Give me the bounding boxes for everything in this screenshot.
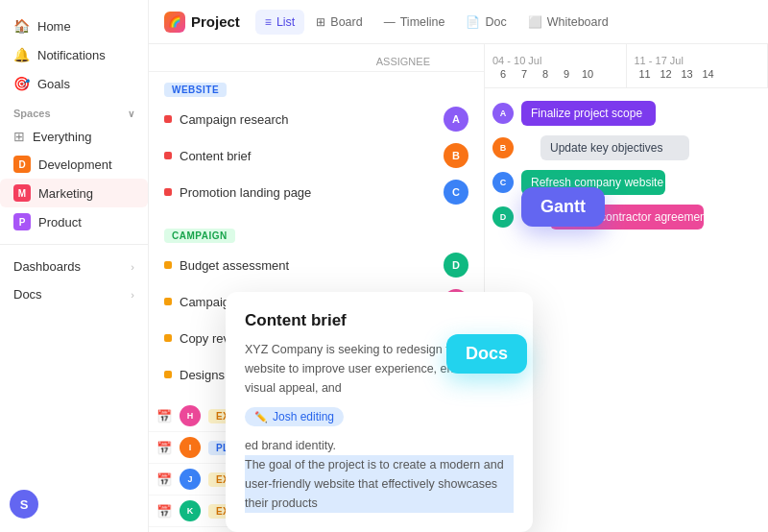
- task-dot-yellow: [164, 334, 172, 342]
- task-row[interactable]: Content brief B: [149, 137, 484, 174]
- docs-body-text-2: ed brand identity.: [245, 436, 514, 455]
- sidebar-space-marketing[interactable]: M Marketing: [0, 179, 148, 207]
- date-range-title-2: 11 - 17 Jul: [627, 53, 768, 68]
- sidebar-nav-item-notifications[interactable]: 🔔 Notifications: [0, 40, 148, 69]
- tab-list[interactable]: ≡ List: [255, 10, 304, 35]
- development-label: Development: [38, 157, 112, 172]
- avatar: B: [444, 143, 468, 168]
- date-num: 7: [514, 68, 535, 80]
- task-dot-yellow: [164, 261, 172, 269]
- home-label: Home: [37, 19, 71, 34]
- date-range-title-1: 04 - 10 Jul: [485, 53, 626, 68]
- docs-highlight-text: The goal of the project is to create a m…: [245, 455, 514, 513]
- task-name: Campaign research: [180, 112, 436, 127]
- doc-label: Doc: [485, 15, 506, 29]
- avatar: D: [444, 253, 468, 278]
- date-num: 10: [577, 68, 598, 80]
- chevron-icon: ∨: [128, 109, 134, 119]
- date-num: 11: [635, 68, 656, 80]
- user-avatar[interactable]: S: [10, 490, 38, 519]
- chevron-right-icon: ›: [131, 261, 134, 273]
- sidebar-nav-item-home[interactable]: 🏠 Home: [0, 12, 148, 40]
- assignee-col-header: ASSIGNEE: [376, 56, 468, 67]
- avatar: A: [444, 107, 468, 132]
- avatar: H: [180, 405, 201, 426]
- avatar: B: [492, 137, 514, 158]
- website-badge: WEBSITE: [164, 83, 227, 97]
- task-name: Promotion landing page: [180, 185, 436, 200]
- tab-doc[interactable]: 📄 Doc: [456, 10, 516, 35]
- gantt-floating-label: Gantt: [521, 187, 605, 227]
- gantt-row: A Finalize project scope: [485, 96, 768, 131]
- date-num: 9: [556, 68, 577, 80]
- dev-dot: D: [13, 156, 31, 173]
- avatar: K: [180, 500, 201, 521]
- gantt-row: B Update key objectives: [485, 131, 768, 165]
- spaces-label: Spaces: [13, 108, 51, 119]
- top-bar: 🌈 Project ≡ List ⊞ Board — Timeline 📄 Do…: [149, 0, 768, 44]
- mkt-dot: M: [13, 184, 31, 202]
- task-row[interactable]: Budget assessment D: [149, 247, 484, 283]
- editing-badge: ✏️ Josh editing: [245, 407, 344, 426]
- dashboards-label: Dashboards: [13, 259, 81, 274]
- date-numbers-1: 6 7 8 9 10: [485, 68, 626, 80]
- date-range-2: 11 - 17 Jul 11 12 13 14: [627, 44, 769, 87]
- user-initial: S: [20, 497, 29, 512]
- bell-icon: 🔔: [13, 47, 30, 62]
- sidebar-space-development[interactable]: D Development: [0, 150, 148, 179]
- product-label: Product: [38, 215, 82, 230]
- tab-whiteboard[interactable]: ⬜ Whiteboard: [518, 10, 618, 35]
- task-dot-yellow: [164, 298, 172, 305]
- timeline-label: Timeline: [400, 15, 445, 29]
- sidebar-bottom: Dashboards › Docs ›: [0, 244, 148, 308]
- doc-icon: 📄: [466, 15, 480, 29]
- docs-label-text: Docs: [466, 344, 508, 363]
- pencil-icon: ✏️: [254, 411, 268, 423]
- sidebar-nav-item-goals[interactable]: 🎯 Goals: [0, 69, 148, 98]
- calendar-icon: 📅: [156, 409, 172, 423]
- campaign-section-header: CAMPAIGN: [149, 218, 484, 247]
- date-num: 14: [698, 68, 719, 80]
- calendar-icon-2: 📅: [156, 441, 172, 455]
- docs-body-3: The goal of the project is to create a m…: [245, 458, 504, 510]
- goals-label: Goals: [37, 77, 70, 91]
- avatar: C: [492, 172, 514, 193]
- avatar: D: [492, 206, 514, 228]
- goals-icon: 🎯: [13, 76, 30, 91]
- task-row[interactable]: Promotion landing page C: [149, 174, 484, 210]
- avatar: C: [444, 180, 468, 205]
- prd-dot: P: [13, 213, 31, 230]
- docs-panel: Content brief XYZ Company is seeking to …: [226, 292, 533, 532]
- sidebar-item-docs[interactable]: Docs ›: [0, 280, 148, 308]
- docs-panel-title: Content brief: [245, 311, 514, 330]
- gantt-bar-purple[interactable]: Finalize project scope: [521, 101, 656, 126]
- task-name: Content brief: [180, 149, 436, 163]
- table-header: ASSIGNEE: [149, 52, 484, 72]
- notifications-label: Notifications: [37, 48, 106, 62]
- tab-timeline[interactable]: — Timeline: [374, 10, 455, 35]
- gantt-bar-gray[interactable]: Update key objectives: [540, 135, 689, 160]
- main-area: 🌈 Project ≡ List ⊞ Board — Timeline 📄 Do…: [149, 0, 768, 532]
- sidebar-space-everything[interactable]: ⊞ Everything: [0, 123, 148, 150]
- task-dot-red: [164, 115, 172, 123]
- docs-label: Docs: [13, 287, 42, 302]
- avatar: J: [180, 469, 201, 490]
- task-row[interactable]: Campaign research A: [149, 101, 484, 137]
- nav-tabs: ≡ List ⊞ Board — Timeline 📄 Doc ⬜ Whiteb…: [255, 10, 618, 35]
- date-num: 13: [677, 68, 698, 80]
- website-section-header: WEBSITE: [149, 72, 484, 101]
- avatar: A: [492, 103, 514, 124]
- sidebar-space-product[interactable]: P Product: [0, 207, 148, 236]
- sidebar-item-dashboards[interactable]: Dashboards ›: [0, 253, 148, 280]
- avatar: I: [180, 437, 201, 458]
- calendar-icon-4: 📅: [156, 504, 172, 519]
- project-label: Project: [191, 13, 240, 30]
- docs-floating-label: Docs: [446, 334, 527, 374]
- chevron-right-icon-2: ›: [131, 289, 134, 301]
- date-num: 8: [535, 68, 556, 80]
- tab-board[interactable]: ⊞ Board: [306, 10, 372, 35]
- docs-body-2: ed brand identity.: [245, 439, 336, 452]
- spaces-section-title: Spaces ∨: [0, 98, 148, 123]
- campaign-badge: CAMPAIGN: [164, 229, 235, 243]
- date-range-1: 04 - 10 Jul 6 7 8 9 10: [485, 44, 627, 87]
